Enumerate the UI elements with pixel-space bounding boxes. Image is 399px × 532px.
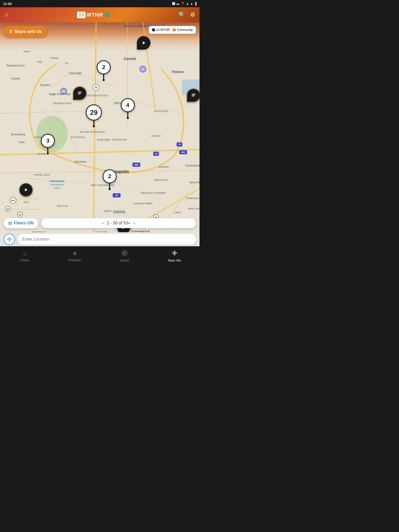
svg-marker-121: [25, 188, 28, 191]
svg-marker-131: [124, 252, 126, 254]
svg-point-133: [174, 252, 175, 254]
nav-home[interactable]: ⌂ Home: [0, 248, 50, 264]
svg-rect-0: [0, 22, 200, 232]
video-pin-mooresville[interactable]: [19, 183, 33, 197]
svg-text:...irland: ...irland: [173, 211, 181, 214]
location-status-icon: 📍: [181, 2, 185, 6]
community-legend-item: Community: [173, 28, 193, 32]
status-time: 11:02: [3, 2, 12, 6]
svg-text:Tilden: Tilden: [19, 141, 25, 144]
map-container[interactable]: 31 865 69 465 65 465 74 70 267 40 67 42: [0, 22, 200, 232]
svg-text:...stown: ...stown: [22, 50, 30, 53]
pin-tip: [109, 188, 111, 190]
pin-count-4: 4: [121, 98, 135, 112]
header-actions: 🔍 ⚙: [178, 11, 195, 18]
pin-count-29: 29: [86, 104, 102, 121]
article-pin-ripple[interactable]: [73, 87, 87, 100]
svg-text:Zio...: Zio...: [65, 62, 70, 64]
app-logo: 13 WTHR 🦚: [77, 12, 111, 18]
svg-text:EAGLEDALE: EAGLEDALE: [71, 136, 85, 138]
svg-rect-115: [78, 92, 82, 92]
svg-text:Lawrence: Lawrence: [151, 135, 161, 137]
search-button[interactable]: 🔍: [178, 11, 185, 18]
pin-tip: [103, 79, 105, 81]
svg-text:Brownsburg: Brownsburg: [11, 133, 25, 136]
community-legend-label: Community: [177, 28, 193, 32]
settings-button[interactable]: ⚙: [190, 11, 195, 18]
svg-text:FRANKLIN TOWNSHIP: FRANKLIN TOWNSHIP: [141, 192, 165, 194]
svg-text:Beech Grove: Beech Grove: [154, 179, 168, 181]
my-location-button[interactable]: [4, 234, 15, 245]
cluster-pin-2-north[interactable]: 2: [97, 60, 111, 81]
nav-weather[interactable]: ☀ Weather: [50, 248, 100, 264]
svg-marker-114: [143, 41, 145, 44]
pin-tip: [47, 152, 49, 155]
svg-rect-117: [78, 94, 81, 94]
filters-label: Filters ON: [14, 221, 34, 225]
wthr-legend-label: 13 WTHR: [156, 28, 170, 32]
svg-text:TRADERS POINT: TRADERS POINT: [53, 102, 72, 105]
svg-text:Fayette: Fayette: [11, 77, 20, 80]
nav-near-me[interactable]: Near Me: [150, 248, 200, 264]
prev-page-button[interactable]: ‹: [102, 221, 104, 225]
svg-text:Zionsville: Zionsville: [69, 71, 82, 75]
app-header: ☆ 13 WTHR 🦚 🔍 ⚙: [0, 7, 200, 22]
nbc-peacock-icon: 🦚: [104, 12, 111, 18]
pin-count-3: 3: [41, 134, 55, 148]
logo-name: WTHR: [87, 12, 103, 18]
svg-text:DEVINGTON: DEVINGTON: [112, 138, 126, 141]
pin-stem: [103, 74, 104, 79]
svg-text:International: International: [51, 183, 64, 186]
pagination-text: 1 - 50 of 53+: [107, 221, 130, 225]
svg-text:New Palestine: New Palestine: [190, 181, 200, 184]
location-input[interactable]: [18, 234, 196, 245]
pin-count-2-south: 2: [103, 169, 117, 183]
svg-text:31: 31: [95, 86, 98, 89]
svg-text:Eag...: Eag...: [37, 61, 43, 63]
svg-text:465: 465: [134, 163, 138, 166]
battery-level-icon: ▐: [194, 2, 196, 5]
pin-tip: [127, 117, 129, 119]
location-search-bar: [0, 232, 200, 246]
pin-stem: [127, 112, 128, 117]
cluster-pin-2-south[interactable]: 2: [103, 169, 117, 190]
svg-text:Avon: Avon: [23, 201, 29, 203]
pin-stem: [93, 121, 94, 125]
share-with-us-button[interactable]: ⬆ Share with Us: [4, 26, 47, 37]
video-pin-fishers[interactable]: [137, 36, 150, 50]
play-icon-fishers: [137, 36, 150, 50]
cluster-pin-4[interactable]: 4: [121, 98, 135, 119]
svg-text:465: 465: [181, 151, 185, 154]
favorites-button[interactable]: ☆: [4, 11, 9, 18]
pin-tip: [93, 125, 95, 127]
filters-button[interactable]: ⊟ Filters ON: [4, 218, 38, 228]
pagination-control: ‹ 1 - 50 of 53+ ›: [41, 218, 196, 228]
svg-rect-116: [78, 93, 82, 93]
map-legend: 13 WTHR Community: [149, 26, 196, 34]
cluster-pin-3[interactable]: 3: [41, 134, 55, 155]
svg-text:267: 267: [11, 199, 15, 202]
svg-rect-118: [192, 94, 195, 94]
svg-rect-120: [192, 96, 194, 96]
svg-text:Airport: Airport: [54, 187, 61, 189]
svg-text:65: 65: [115, 194, 118, 197]
nav-watch[interactable]: Watch: [100, 248, 150, 264]
svg-text:70: 70: [178, 143, 181, 146]
svg-text:Eagle Creek Park: Eagle Creek Park: [49, 93, 70, 96]
filter-icon: ⊟: [8, 221, 12, 226]
article-pin-east[interactable]: [187, 89, 200, 102]
svg-text:DECATUR: DECATUR: [57, 205, 68, 207]
svg-text:Charlesmac Village: Charlesmac Village: [186, 197, 200, 200]
map-bottom-controls: ⊟ Filters ON ‹ 1 - 50 of 53+ ›: [0, 214, 200, 232]
status-bar: 11:02 🅿 ▬ 📍 ▲ ▲ ▐: [0, 0, 200, 7]
svg-text:WARREN: WARREN: [158, 166, 169, 168]
nav-weather-label: Weather: [69, 258, 81, 262]
next-page-button[interactable]: ›: [134, 221, 135, 225]
article-icon-ripple: [73, 87, 87, 100]
pin-stem: [47, 148, 48, 152]
svg-text:Fishers: Fishers: [172, 70, 184, 74]
svg-text:Royalton: Royalton: [40, 84, 50, 87]
cluster-pin-29[interactable]: 29: [86, 104, 102, 127]
community-legend-dot: [173, 28, 176, 31]
pin-stem: [109, 183, 110, 188]
